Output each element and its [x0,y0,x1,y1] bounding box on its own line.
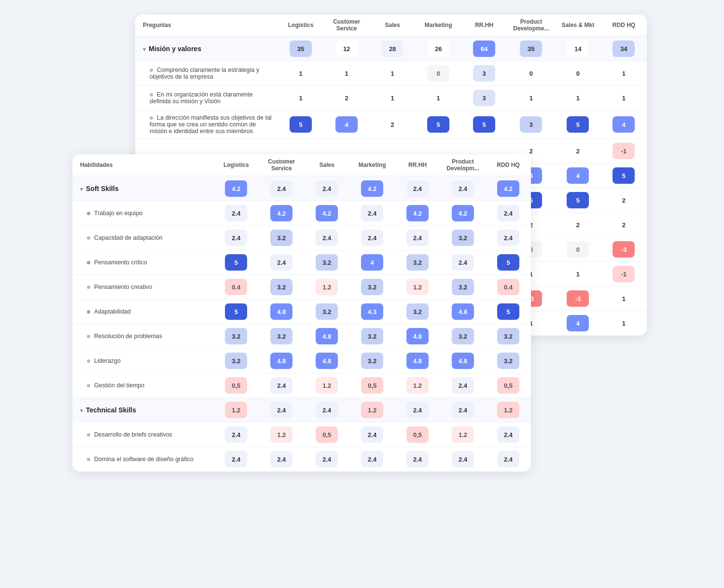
back-cell: 1 [278,86,324,110]
back-cell: 14 [555,36,601,61]
front-cell: 4 [349,250,395,275]
back-cell: 0 [555,61,601,86]
back-row-2-label: En mi organización está claramente defin… [135,86,278,110]
front-cell: 0,5 [349,373,395,398]
front-cell: 0,5 [213,373,259,398]
front-cell: 3.2 [395,250,440,275]
front-col-header-customer: CustomerService [259,154,304,176]
front-section-softskills-label: ▾Soft Skills [72,176,213,201]
front-cell: 2.4 [486,226,531,250]
back-cell: 1 [416,86,461,110]
front-cell: 1.2 [349,398,395,423]
front-row-trabajo-label: Trabajo en equipo [72,201,213,226]
front-cell: 0,5 [395,423,440,447]
front-cell: 1.2 [304,275,349,300]
back-cell: 64 [461,36,507,61]
back-row-1: Comprendo claramente la estrategia y obj… [135,61,647,86]
front-cell: 4.2 [440,201,486,226]
front-cell: 3.2 [486,349,531,373]
back-cell: 2 [555,213,601,237]
front-cell: 0,5 [304,423,349,447]
back-cell: 0 [555,237,601,262]
front-cell: 2.4 [395,447,440,472]
front-cell: 4.8 [440,300,486,324]
back-cell: 1 [555,262,601,287]
back-cell: 4 [324,110,370,139]
back-cell: 3 [461,61,507,86]
front-cell: 4.2 [213,176,259,201]
front-cell: 2.4 [304,226,349,250]
back-section-mision: ▾Misión y valores 35 12 28 26 64 35 14 3… [135,36,647,61]
dot-icon [150,68,153,72]
dot-icon [150,93,153,96]
front-cell: 5 [213,250,259,275]
back-cell: 5 [601,164,647,188]
back-cell: 1 [507,86,555,110]
back-col-header-product: ProductDevelopme... [507,14,555,36]
front-cell: 2.4 [349,447,395,472]
front-cell: 2.4 [395,176,440,201]
front-cell: 3.2 [349,324,395,349]
dot-icon [87,359,90,363]
front-cell: 1.2 [486,398,531,423]
front-cell: 2.4 [213,423,259,447]
front-card: Habilidades Logistics CustomerService Sa… [72,154,531,472]
front-row-domina-label: Domina el software de diseño gráfico [72,447,213,472]
back-col-header-label: Preguntas [135,14,278,36]
front-section-technical-label: ▾Technical Skills [72,398,213,423]
back-cell: 1 [555,86,601,110]
back-cell: 2 [601,188,647,213]
front-cell: 1.2 [259,423,304,447]
back-cell: 0 [416,61,461,86]
back-cell: 35 [278,36,324,61]
back-cell: 4 [555,164,601,188]
front-cell: 3.2 [259,226,304,250]
front-cell: 2.4 [486,423,531,447]
dot-icon [87,286,90,289]
front-row-desarrollo: Desarrollo de briefs creativos 2.4 1.2 0… [72,423,531,447]
front-row-gestion: Gestión del tiempo 0,5 2.4 1.2 0,5 1.2 2… [72,373,531,398]
front-cell: 1.2 [395,275,440,300]
front-cell: 4.8 [395,324,440,349]
front-cell: 4.8 [304,324,349,349]
back-section-mision-label: ▾Misión y valores [135,36,278,61]
front-cell: 2.4 [259,447,304,472]
front-cell: 1.2 [395,373,440,398]
front-cell: 1.2 [213,398,259,423]
front-row-capacidad-label: Capacidad de adaptación [72,226,213,250]
back-cell: 4 [555,311,601,336]
front-cell: 5 [486,250,531,275]
front-cell: 4.3 [349,300,395,324]
front-cell: 2.4 [304,447,349,472]
front-cell: 2.4 [259,250,304,275]
back-cell: 2 [370,110,416,139]
front-cell: 3.2 [213,349,259,373]
front-cell: 5 [486,300,531,324]
front-cell: 3.2 [349,349,395,373]
back-cell: 28 [370,36,416,61]
chevron-icon: ▾ [80,408,83,413]
back-cell: 5 [461,110,507,139]
front-cell: 4.2 [349,176,395,201]
front-cell: 4.2 [486,176,531,201]
front-cell: 2.4 [349,201,395,226]
back-cell: 1 [601,311,647,336]
front-section-softskills: ▾Soft Skills 4.2 2.4 2.4 4.2 2.4 2.4 4.2 [72,176,531,201]
back-cell: 12 [324,36,370,61]
front-cell: 3.2 [440,324,486,349]
front-cell: 0.4 [486,275,531,300]
front-cell: 2.4 [486,447,531,472]
back-cell: 2 [324,86,370,110]
front-cell: 4.2 [304,201,349,226]
front-row-desarrollo-label: Desarrollo de briefs creativos [72,423,213,447]
back-cell: 3 [461,86,507,110]
front-cell: 3.2 [440,226,486,250]
front-cell: 2.4 [395,226,440,250]
front-cell: 2.4 [259,176,304,201]
chevron-icon: ▾ [80,186,83,192]
dot-icon [87,458,90,461]
front-cell: 2.4 [440,250,486,275]
back-cell: -3 [555,287,601,311]
front-row-pensamiento-critico: Pensamiento crítico 5 2.4 3.2 4 3.2 2.4 … [72,250,531,275]
front-cell: 2.4 [440,176,486,201]
